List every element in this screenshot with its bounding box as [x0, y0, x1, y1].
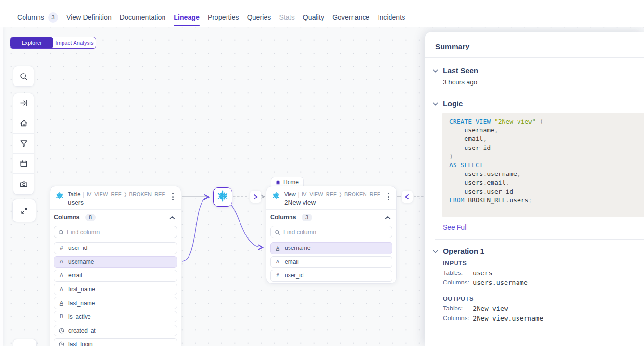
snowflake-icon	[217, 190, 228, 204]
sql-code-block: CREATE VIEW "2New view" ( username, emai…	[442, 113, 644, 217]
column-name: first_name	[68, 286, 95, 293]
table-node-users[interactable]: Table | IV_VIEW_REF ❯ BROKEN_REF users C…	[50, 186, 181, 346]
tab-quality[interactable]: Quality	[303, 0, 324, 27]
tab-incidents[interactable]: Incidents	[378, 0, 405, 27]
tab-properties[interactable]: Properties	[208, 0, 239, 27]
code-token: BROKEN_REF	[464, 197, 505, 204]
minimap-button[interactable]	[13, 339, 37, 346]
logic-section-header[interactable]: Logic	[425, 92, 644, 108]
code-token: AS SELECT	[449, 161, 483, 169]
node-schema[interactable]: IV_VIEW_REF	[87, 191, 122, 197]
snowflake-icon	[56, 192, 63, 206]
column-row-last_login[interactable]: last_login	[54, 338, 177, 346]
left-edge-strip	[0, 27, 3, 346]
outputs-columns-row: Columns: 2New view.username	[443, 314, 644, 322]
explorer-toggle[interactable]: Explorer	[10, 37, 53, 48]
collapse-columns-button[interactable]	[385, 213, 391, 222]
view-node-2new-view[interactable]: View | IV_VIEW_REF ❯ BROKEN_REF 2New vie…	[266, 186, 397, 284]
expand-icon	[20, 206, 29, 215]
tab-documentation[interactable]: Documentation	[120, 0, 165, 27]
text-type-icon: A	[58, 273, 64, 278]
column-row-user_id[interactable]: #user_id	[54, 242, 177, 254]
tab-label: Incidents	[378, 4, 405, 31]
node-database[interactable]: BROKEN_REF	[129, 191, 165, 197]
code-token: CREATE VIEW	[449, 118, 491, 125]
collapse-right-icon	[19, 99, 28, 108]
operation-heading: Operation 1	[443, 247, 484, 256]
camera-button[interactable]	[13, 174, 34, 194]
find-column-box	[54, 226, 177, 238]
view-column-list: AusernameAemail#user_id	[266, 242, 396, 287]
node-name[interactable]: 2New view	[284, 199, 380, 206]
operation-section-header[interactable]: Operation 1	[425, 240, 644, 256]
see-full-link[interactable]: See Full	[425, 217, 644, 239]
find-column-input[interactable]	[283, 229, 388, 235]
code-token	[536, 118, 540, 125]
table-node-header: Table | IV_VIEW_REF ❯ BROKEN_REF users	[50, 186, 181, 210]
node-type-label: View	[284, 191, 296, 197]
operation-gap	[443, 286, 644, 291]
inputs-tables-row: Tables: users	[443, 269, 644, 277]
node-menu-button[interactable]	[385, 192, 391, 201]
find-column-box	[270, 226, 392, 238]
node-schema[interactable]: IV_VIEW_REF	[302, 191, 337, 197]
home-button[interactable]	[13, 113, 34, 134]
tab-view-definition[interactable]: View Definition	[66, 0, 112, 27]
text-type-icon: A	[58, 300, 64, 306]
last-seen-value: 3 hours ago	[425, 75, 644, 92]
node-name[interactable]: users	[68, 199, 165, 206]
home-badge-label: Home	[283, 179, 299, 185]
node-database[interactable]: BROKEN_REF	[344, 191, 380, 197]
asset-tab-bar: Columns3View DefinitionDocumentationLine…	[0, 0, 644, 27]
calendar-button[interactable]	[13, 154, 34, 174]
code-token: username	[449, 126, 494, 134]
code-token	[491, 118, 494, 125]
expand-edge-right-button[interactable]	[250, 191, 261, 203]
column-name: created_at	[68, 327, 96, 334]
outputs-label: OUTPUTS	[443, 296, 644, 302]
number-type-icon: #	[58, 246, 64, 251]
column-row-first_name[interactable]: Afirst_name	[54, 284, 177, 296]
code-token: email	[487, 179, 505, 186]
column-row-username[interactable]: Ausername	[270, 242, 392, 254]
tab-columns[interactable]: Columns3	[17, 0, 58, 27]
expand-edge-left-button[interactable]	[402, 191, 413, 203]
code-line: CREATE VIEW "2New view" (	[449, 117, 637, 126]
tab-label: Lineage	[174, 4, 200, 31]
column-row-is_active[interactable]: Bis_active	[54, 311, 177, 323]
node-breadcrumb: View | IV_VIEW_REF ❯ BROKEN_REF	[284, 190, 380, 198]
canvas-search-button[interactable]	[13, 66, 34, 87]
tab-lineage[interactable]: Lineage	[174, 0, 200, 27]
home-badge[interactable]: Home	[271, 177, 304, 187]
collapse-right-button[interactable]	[13, 93, 34, 113]
column-row-email[interactable]: Aemail	[270, 256, 392, 268]
impact-analysis-toggle[interactable]: Impact Analysis	[53, 37, 96, 48]
fullscreen-button[interactable]	[12, 199, 36, 222]
code-token: ,	[505, 179, 509, 186]
column-row-user_id[interactable]: #user_id	[270, 270, 392, 282]
column-name: username	[285, 245, 310, 251]
code-token: username	[487, 170, 517, 177]
columns-label: Columns	[54, 214, 79, 221]
search-icon	[58, 229, 64, 235]
breadcrumb-divider: |	[298, 190, 299, 198]
tab-governance[interactable]: Governance	[332, 0, 369, 27]
column-row-created_at[interactable]: created_at	[54, 325, 177, 337]
tab-queries[interactable]: Queries	[247, 0, 271, 27]
last-seen-heading: Last Seen	[443, 66, 478, 75]
column-row-email[interactable]: Aemail	[54, 270, 177, 282]
summary-panel: Summary Last Seen 3 hours ago Logic CREA…	[425, 32, 644, 346]
last-seen-section-header[interactable]: Last Seen	[425, 58, 644, 75]
tab-label: Governance	[332, 4, 369, 31]
process-node[interactable]	[213, 187, 232, 207]
code-token: ,	[517, 170, 521, 177]
node-menu-button[interactable]	[169, 192, 176, 201]
outputs-columns-value: 2New view.username	[473, 314, 543, 322]
column-row-username[interactable]: Ausername	[54, 256, 177, 268]
collapse-columns-button[interactable]	[169, 213, 175, 222]
find-column-input[interactable]	[67, 229, 173, 235]
column-row-last_name[interactable]: Alast_name	[54, 297, 177, 309]
filter-button[interactable]	[13, 134, 34, 154]
column-name: email	[285, 259, 299, 265]
code-token: users	[449, 170, 483, 177]
